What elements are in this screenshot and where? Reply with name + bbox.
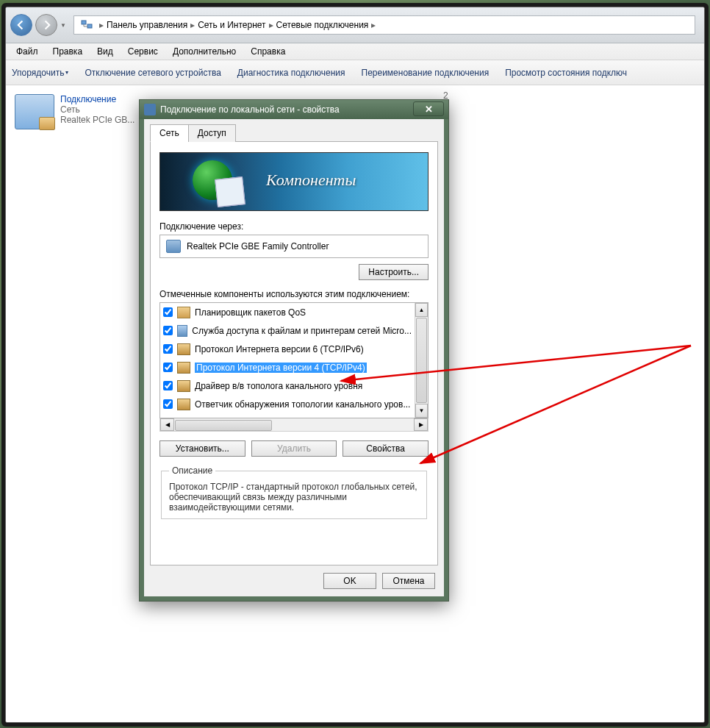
component-item[interactable]: Планировщик пакетов QoS [160, 303, 415, 321]
banner: Компоненты [159, 152, 428, 211]
component-item[interactable]: Протокол Интернета версии 6 (TCP/IPv6) [160, 340, 415, 358]
component-item[interactable]: Драйвер в/в тополога канального уровня [160, 377, 415, 395]
scroll-down-button[interactable]: ▼ [415, 404, 428, 418]
adapter-field: Realtek PCIe GBE Family Controller [159, 235, 428, 258]
network-adapter-icon [15, 94, 54, 129]
component-checkbox[interactable] [163, 363, 173, 372]
menu-bar: Файл Правка Вид Сервис Дополнительно Спр… [6, 43, 704, 60]
component-checkbox[interactable] [163, 381, 173, 390]
connection-network: Сеть [60, 104, 135, 115]
tab-network[interactable]: Сеть [150, 124, 189, 142]
component-checkbox[interactable] [163, 326, 173, 335]
chevron-right-icon: ▸ [190, 20, 195, 30]
proto-icon [177, 362, 190, 374]
checklist-icon [215, 176, 245, 207]
component-label: Протокол Интернета версии 4 (TCP/IPv4) [195, 363, 367, 373]
command-bar: Упорядочить ▾ Отключение сетевого устрой… [6, 60, 704, 85]
scroll-thumb[interactable] [416, 318, 427, 403]
component-checkbox[interactable] [163, 344, 173, 354]
scroll-up-button[interactable]: ▲ [415, 303, 428, 317]
description-group: Описание Протокол TCP/IP - стандартный п… [161, 465, 427, 519]
menu-file[interactable]: Файл [10, 45, 44, 58]
cancel-button[interactable]: Отмена [382, 573, 435, 589]
component-label: Служба доступа к файлам и принтерам сете… [192, 326, 412, 336]
breadcrumb-item[interactable]: Панель управления [107, 20, 187, 30]
svg-rect-1 [87, 24, 92, 28]
component-checkbox[interactable] [163, 399, 173, 409]
breadcrumb[interactable]: ▸ Панель управления ▸ Сеть и Интернет ▸ … [73, 15, 695, 35]
proto-icon [177, 399, 190, 410]
scroll-left-button[interactable]: ◀ [160, 418, 174, 431]
component-label: Планировщик пакетов QoS [195, 307, 306, 318]
address-bar: ▼ ▸ Панель управления ▸ Сеть и Интернет … [6, 7, 704, 43]
sched-icon [177, 307, 190, 318]
properties-button[interactable]: Свойства [343, 440, 428, 457]
banner-text: Компоненты [266, 171, 356, 190]
scroll-right-button[interactable]: ▶ [414, 418, 428, 431]
organize-button[interactable]: Упорядочить ▾ [12, 68, 68, 78]
properties-dialog: Подключение по локальной сети - свойства… [139, 99, 449, 602]
vertical-scrollbar[interactable]: ▲ ▼ [415, 303, 428, 418]
close-button[interactable]: ✕ [413, 101, 444, 116]
tab-access[interactable]: Доступ [188, 124, 236, 142]
connection-item[interactable]: Подключение Сеть Realtek PCIe GB... [15, 94, 147, 129]
breadcrumb-item[interactable]: Сетевые подключения [276, 20, 369, 30]
components-listbox[interactable]: Планировщик пакетов QoSСлужба доступа к … [160, 303, 415, 418]
components-label: Отмеченные компоненты используются этим … [159, 289, 428, 299]
menu-advanced[interactable]: Дополнительно [167, 45, 242, 58]
network-icon [80, 18, 93, 32]
proto-icon [177, 343, 190, 355]
menu-tools[interactable]: Сервис [122, 45, 164, 58]
connect-using-label: Подключение через: [159, 221, 428, 232]
adapter-icon [166, 240, 181, 253]
proto-icon [177, 380, 190, 392]
scroll-thumb[interactable] [175, 420, 272, 431]
horizontal-scrollbar[interactable]: ◀ ▶ [159, 418, 428, 432]
menu-view[interactable]: Вид [91, 45, 119, 58]
nav-back-button[interactable] [10, 14, 32, 36]
diagnose-button[interactable]: Диагностика подключения [237, 68, 345, 78]
configure-button[interactable]: Настроить... [359, 264, 428, 280]
component-item[interactable]: Служба доступа к файлам и принтерам сете… [160, 321, 415, 340]
chevron-right-icon: ▸ [371, 20, 376, 30]
adapter-name: Realtek PCIe GBE Family Controller [187, 241, 329, 251]
component-item[interactable]: Ответчик обнаружения топологии канальног… [160, 395, 415, 413]
component-item[interactable]: Протокол Интернета версии 4 (TCP/IPv4) [160, 358, 415, 377]
ok-button[interactable]: OK [323, 573, 376, 589]
component-label: Драйвер в/в тополога канального уровня [195, 381, 362, 391]
nav-forward-button[interactable] [35, 14, 57, 36]
dialog-titlebar[interactable]: Подключение по локальной сети - свойства… [140, 100, 448, 119]
connection-title: Подключение [60, 94, 135, 104]
component-checkbox[interactable] [163, 307, 173, 317]
svg-rect-0 [82, 21, 86, 24]
dialog-title: Подключение по локальной сети - свойства [160, 104, 340, 115]
rename-button[interactable]: Переименование подключения [362, 68, 490, 78]
uninstall-button: Удалить [251, 440, 337, 457]
network-icon [144, 104, 156, 115]
install-button[interactable]: Установить... [159, 440, 245, 457]
breadcrumb-item[interactable]: Сеть и Интернет [198, 20, 265, 30]
chevron-down-icon: ▾ [65, 69, 68, 76]
chevron-right-icon: ▸ [99, 20, 104, 30]
chevron-right-icon: ▸ [269, 20, 273, 30]
view-status-button[interactable]: Просмотр состояния подключ [505, 68, 627, 78]
menu-help[interactable]: Справка [245, 45, 291, 58]
connection-adapter: Realtek PCIe GB... [60, 115, 135, 125]
share-icon [177, 325, 187, 337]
component-label: Протокол Интернета версии 6 (TCP/IPv6) [195, 344, 364, 354]
menu-edit[interactable]: Правка [47, 45, 89, 58]
disable-device-button[interactable]: Отключение сетевого устройства [85, 68, 220, 78]
description-text: Протокол TCP/IP - стандартный протокол г… [169, 482, 419, 513]
description-legend: Описание [169, 465, 215, 476]
component-label: Ответчик обнаружения топологии канальног… [195, 399, 410, 410]
